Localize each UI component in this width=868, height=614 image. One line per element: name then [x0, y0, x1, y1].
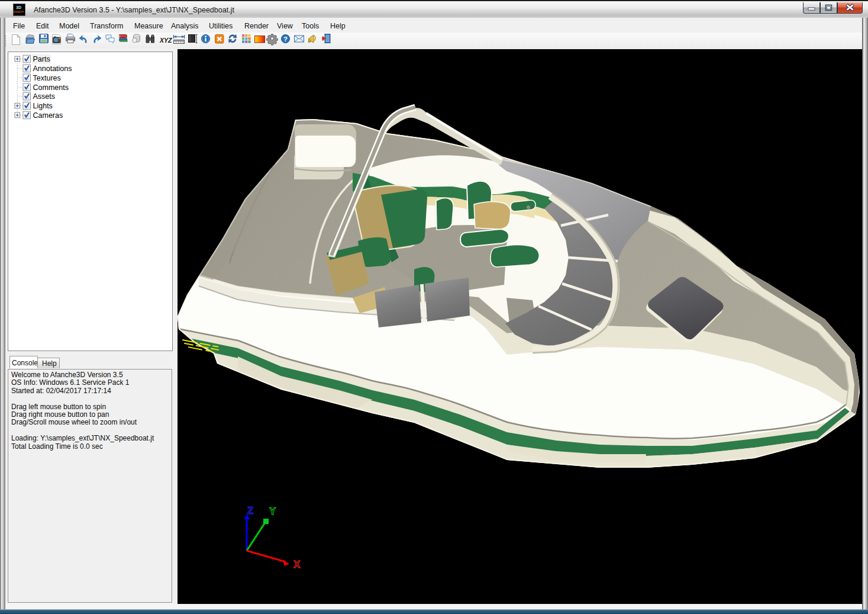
svg-text:Z: Z — [247, 505, 253, 516]
svg-text:Y: Y — [269, 506, 276, 517]
svg-text:Annotations: Annotations — [33, 65, 72, 73]
svg-text:Parts: Parts — [33, 55, 50, 63]
svg-text:Assets: Assets — [33, 92, 56, 101]
svg-text:?: ? — [283, 36, 288, 43]
svg-text:Cameras: Cameras — [33, 111, 63, 120]
svg-text:3D: 3D — [16, 5, 21, 9]
svg-text:X: X — [293, 559, 301, 570]
svg-text:Comments: Comments — [33, 83, 69, 92]
svg-text:Lights: Lights — [33, 102, 53, 110]
svg-text:Textures: Textures — [33, 74, 61, 82]
svg-text:XYZ: XYZ — [159, 37, 172, 44]
svg-text:AFANCHE: AFANCHE — [14, 11, 24, 14]
